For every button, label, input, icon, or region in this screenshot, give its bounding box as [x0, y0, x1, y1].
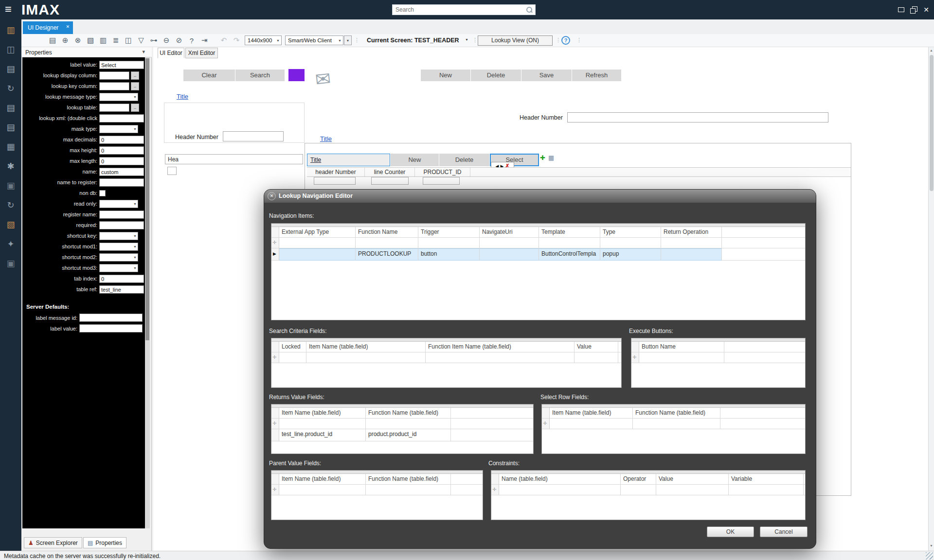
- paste-icon[interactable]: ▧: [86, 36, 95, 45]
- column-header[interactable]: line Counter: [365, 168, 415, 176]
- folder-icon[interactable]: ▣: [0, 180, 21, 192]
- grid-new-button[interactable]: New: [391, 154, 439, 166]
- column-header[interactable]: Item Name (table.field): [306, 342, 426, 352]
- table-cell[interactable]: [279, 485, 366, 495]
- row-selector[interactable]: ▶: [271, 248, 279, 261]
- network-icon[interactable]: ◫: [0, 44, 21, 55]
- row-selector[interactable]: [491, 474, 499, 485]
- column-header[interactable]: Name (table.field): [499, 474, 621, 485]
- resolution-dropdown[interactable]: 1440x900 ▼: [245, 35, 282, 45]
- table-cell[interactable]: [356, 238, 418, 248]
- search-button[interactable]: Search: [235, 70, 285, 81]
- table-cell[interactable]: popup: [600, 248, 661, 261]
- row-selector[interactable]: ✛: [542, 419, 550, 429]
- title-link[interactable]: Title: [177, 93, 188, 100]
- property-input[interactable]: Select: [99, 61, 144, 69]
- property-input[interactable]: 0: [99, 136, 144, 144]
- column-header[interactable]: NavigateUri: [480, 227, 539, 238]
- tab-screen-explorer[interactable]: ♟ Screen Explorer: [24, 537, 82, 548]
- search-icon[interactable]: [526, 6, 533, 14]
- chevron-down-icon[interactable]: ▾: [142, 49, 145, 55]
- save-button[interactable]: Save: [521, 70, 572, 81]
- lookup-view-toggle[interactable]: Lookup View (ON): [478, 35, 553, 46]
- column-header[interactable]: Item Name (table.field): [550, 408, 633, 419]
- redo-icon[interactable]: ↷: [232, 36, 241, 45]
- help-icon[interactable]: ?: [187, 36, 196, 45]
- table-cell[interactable]: [661, 248, 722, 261]
- client-mode-dropdown[interactable]: Smart/Web Client ▼: [285, 35, 343, 45]
- grid-cell-input[interactable]: [423, 177, 460, 185]
- row-selector[interactable]: ✛: [631, 352, 639, 363]
- key-icon[interactable]: ✦: [0, 238, 21, 250]
- table-cell[interactable]: button: [418, 248, 480, 261]
- folder-icon[interactable]: ▣: [0, 258, 21, 269]
- table-cell[interactable]: [480, 238, 539, 248]
- non-db-checkbox[interactable]: [99, 190, 106, 196]
- row-selector[interactable]: [271, 227, 279, 238]
- table-cell[interactable]: [550, 419, 633, 429]
- table-cell[interactable]: [426, 352, 575, 363]
- ok-button[interactable]: OK: [707, 526, 754, 537]
- column-header[interactable]: Function Name (table.field): [633, 408, 720, 419]
- document-icon[interactable]: ▤: [0, 102, 21, 114]
- link-icon[interactable]: ⊶: [149, 36, 158, 45]
- sync-icon[interactable]: ↻: [0, 199, 21, 211]
- scrollbar-thumb[interactable]: [145, 58, 149, 340]
- sync-icon[interactable]: ↻: [0, 83, 21, 94]
- column-header[interactable]: Item Name (table.field): [279, 408, 366, 419]
- refresh-button[interactable]: Refresh: [572, 70, 621, 81]
- property-input[interactable]: [99, 104, 129, 112]
- tab-xml-editor[interactable]: Xml Editor: [185, 48, 218, 58]
- help-icon[interactable]: ?: [561, 36, 570, 45]
- column-header[interactable]: Button Name: [639, 342, 724, 352]
- global-search-input[interactable]: [393, 6, 526, 13]
- grid-cell-input[interactable]: [371, 177, 409, 185]
- table-scroll-strip[interactable]: [271, 471, 483, 474]
- column-header[interactable]: Return Operation: [661, 227, 722, 238]
- table-cell[interactable]: [633, 419, 720, 429]
- properties-scrollbar[interactable]: [145, 57, 150, 528]
- cancel-button[interactable]: Cancel: [760, 526, 808, 537]
- table-scroll-strip[interactable]: [271, 224, 805, 227]
- table-scroll-strip[interactable]: [271, 404, 533, 408]
- hide-icon[interactable]: ⊘: [175, 36, 183, 45]
- table-cell[interactable]: [279, 419, 366, 429]
- table-cell[interactable]: [639, 352, 724, 363]
- row-selector[interactable]: [631, 342, 639, 352]
- vertical-scrollbar[interactable]: ▲ ▼: [928, 47, 934, 551]
- zoom-out-icon[interactable]: ⊖: [162, 36, 171, 45]
- delete-button[interactable]: Delete: [471, 70, 521, 81]
- property-input[interactable]: [79, 324, 143, 332]
- clear-button[interactable]: Clear: [183, 70, 235, 81]
- purple-box[interactable]: [288, 69, 305, 81]
- table-cell[interactable]: [279, 248, 356, 261]
- title-link[interactable]: Title: [320, 135, 332, 142]
- property-select[interactable]: ▼: [99, 264, 138, 272]
- column-header[interactable]: Type: [600, 227, 661, 238]
- table-row[interactable]: ▶PRODUCTLOOKUPbuttonButtonControlTemplap…: [271, 248, 805, 261]
- column-header[interactable]: Trigger: [418, 227, 480, 238]
- row-selector[interactable]: [271, 342, 279, 352]
- row-selector[interactable]: ✛: [271, 419, 279, 429]
- property-input[interactable]: [99, 82, 129, 90]
- hamburger-menu-icon[interactable]: ≡: [5, 2, 12, 16]
- dialog-close-button[interactable]: ✕: [268, 192, 276, 200]
- column-header[interactable]: Function Name (table.field): [366, 408, 451, 419]
- column-header[interactable]: External App Type: [279, 227, 356, 238]
- package-icon[interactable]: ▧: [0, 219, 21, 230]
- export-icon[interactable]: ⇥: [200, 36, 209, 45]
- row-selector[interactable]: [271, 474, 279, 485]
- column-header[interactable]: Locked: [279, 342, 306, 352]
- column-header[interactable]: Operator: [621, 474, 656, 485]
- notes-icon[interactable]: ▥: [99, 36, 108, 45]
- table-cell[interactable]: [656, 485, 729, 495]
- row-selector[interactable]: [271, 429, 279, 441]
- table-cell[interactable]: [418, 238, 480, 248]
- property-select[interactable]: ▼: [99, 125, 138, 133]
- server-icon[interactable]: ▦: [0, 141, 21, 153]
- tab-ui-editor[interactable]: UI Editor: [158, 48, 184, 58]
- magic-icon[interactable]: ✱: [0, 160, 21, 172]
- column-header[interactable]: header Number: [307, 168, 365, 176]
- undo-icon[interactable]: ↶: [219, 36, 228, 45]
- grid-delete-button[interactable]: Delete: [439, 154, 489, 166]
